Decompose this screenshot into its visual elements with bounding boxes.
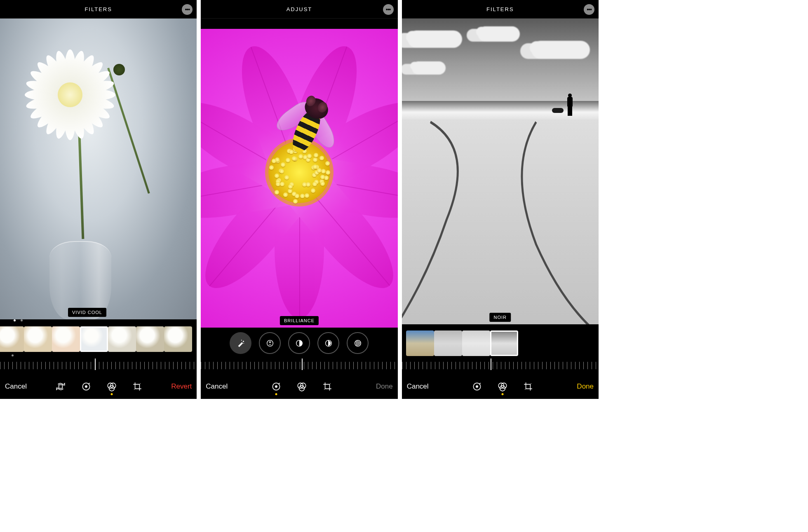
bottom-toolbar: Cancel Done (402, 374, 599, 399)
adjustment-buttons-row (201, 328, 397, 359)
svg-point-11 (275, 386, 277, 387)
image-canvas[interactable]: BRILLIANCE (201, 29, 397, 328)
done-button[interactable]: Done (577, 382, 594, 391)
photo-white-dahlia (0, 19, 197, 319)
filter-thumb[interactable] (24, 326, 52, 352)
loop-icon[interactable] (55, 381, 66, 392)
filter-thumb[interactable] (136, 326, 164, 352)
filter-thumb[interactable] (164, 326, 192, 352)
bottom-toolbar: Cancel Revert (0, 374, 197, 399)
slider-dot (0, 354, 197, 359)
more-options-button[interactable] (182, 4, 193, 15)
header: FILTERS (0, 0, 197, 19)
bottom-toolbar: Cancel Done (201, 374, 397, 399)
filters-icon[interactable] (497, 381, 508, 392)
photo-editor-screen-1: FILTERS VIVID COOL Cancel Rev (0, 0, 197, 399)
adjust-icon[interactable] (472, 381, 482, 392)
svg-point-16 (476, 386, 478, 387)
image-canvas[interactable]: NOIR (402, 19, 599, 324)
exposure-icon[interactable] (259, 332, 281, 354)
svg-rect-0 (59, 385, 63, 389)
slider-pointer (491, 359, 491, 370)
header: FILTERS (402, 0, 599, 19)
filter-name-label: NOIR (490, 313, 511, 322)
filter-thumb[interactable] (406, 330, 434, 356)
filter-thumbnail-strip[interactable] (402, 328, 599, 359)
more-options-button[interactable] (584, 4, 594, 15)
revert-button[interactable]: Revert (171, 382, 192, 391)
header-title: FILTERS (486, 6, 514, 12)
slider-pointer (95, 359, 96, 370)
svg-point-2 (85, 386, 87, 387)
intensity-slider[interactable] (0, 359, 197, 374)
cancel-button[interactable]: Cancel (206, 382, 228, 391)
adjustment-name-label: BRILLIANCE (280, 316, 319, 325)
image-canvas[interactable]: VIVID COOL (0, 19, 197, 319)
filter-thumb[interactable] (490, 330, 518, 356)
crop-icon[interactable] (132, 381, 143, 392)
highlights-icon[interactable] (317, 332, 339, 354)
cancel-button[interactable]: Cancel (407, 382, 429, 391)
filter-thumb[interactable] (80, 326, 108, 352)
intensity-slider[interactable] (402, 359, 599, 374)
adjust-icon[interactable] (81, 381, 92, 392)
intensity-slider[interactable] (201, 359, 397, 374)
person-silhouette (566, 94, 574, 116)
adjust-icon[interactable] (271, 381, 282, 392)
shadows-icon[interactable] (347, 332, 369, 354)
cancel-button[interactable]: Cancel (5, 382, 27, 391)
photo-beach-noir (402, 19, 599, 324)
header: ADJUST (201, 0, 397, 19)
brilliance-icon[interactable] (288, 332, 310, 354)
filter-thumb[interactable] (434, 330, 462, 356)
header-title: FILTERS (85, 6, 112, 12)
filter-thumb[interactable] (462, 330, 490, 356)
filter-thumb[interactable] (52, 326, 80, 352)
filter-name-label: VIVID COOL (68, 308, 106, 317)
photo-editor-screen-2: ADJUST BRILLIANCE (201, 0, 397, 399)
slider-pointer (302, 359, 303, 370)
filter-thumb[interactable] (108, 326, 136, 352)
filter-thumb[interactable] (0, 326, 24, 352)
filters-icon[interactable] (106, 381, 117, 392)
photo-editor-screen-3: FILTERS NOIR Cancel (402, 0, 599, 399)
photo-hoverfly-on-flower (201, 29, 397, 328)
auto-enhance-icon[interactable] (230, 332, 251, 354)
crop-icon[interactable] (523, 381, 533, 392)
done-button[interactable]: Done (376, 382, 393, 391)
crop-icon[interactable] (322, 381, 333, 392)
filters-icon[interactable] (296, 381, 307, 392)
more-options-button[interactable] (383, 4, 394, 15)
filter-thumbnail-strip[interactable] (0, 323, 197, 354)
header-title: ADJUST (287, 6, 312, 12)
page-dots (0, 319, 197, 323)
